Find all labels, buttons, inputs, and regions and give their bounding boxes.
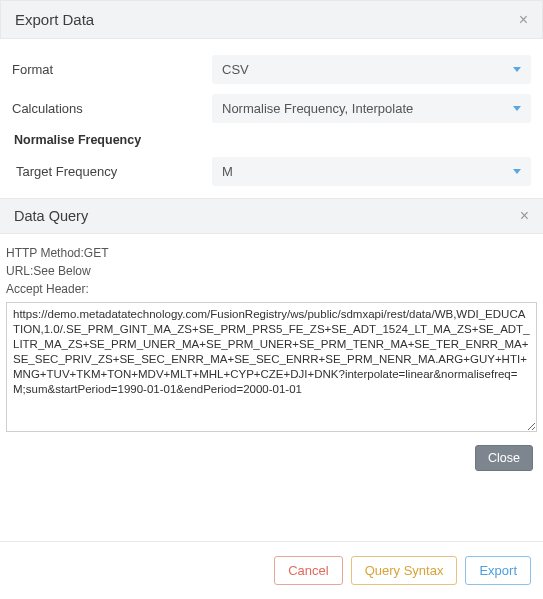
dialog-footer: Cancel Query Syntax Export [0,541,543,599]
format-label: Format [12,62,212,77]
chevron-down-icon [513,106,521,111]
data-query-header: Data Query × [0,198,543,234]
dialog-title: Export Data [15,11,94,28]
close-icon[interactable]: × [519,12,528,28]
query-url-textarea[interactable] [6,302,537,432]
normalise-section-label: Normalise Frequency [14,133,531,147]
url-note: See Below [33,264,90,278]
export-button[interactable]: Export [465,556,531,585]
calculations-label: Calculations [12,101,212,116]
calculations-select[interactable]: Normalise Frequency, Interpolate [212,94,531,123]
close-icon[interactable]: × [520,208,529,224]
http-method-label: HTTP Method: [6,246,84,260]
url-line: URL:See Below [6,262,537,280]
format-row: Format CSV [12,55,531,84]
chevron-down-icon [513,169,521,174]
form-area: Format CSV Calculations Normalise Freque… [0,39,543,186]
target-freq-row: Target Frequency M [12,157,531,186]
dialog-header: Export Data × [0,0,543,39]
chevron-down-icon [513,67,521,72]
calculations-value: Normalise Frequency, Interpolate [222,101,413,116]
data-query-title: Data Query [14,208,88,224]
target-freq-label: Target Frequency [12,164,212,179]
target-freq-select[interactable]: M [212,157,531,186]
url-label: URL: [6,264,33,278]
query-syntax-button[interactable]: Query Syntax [351,556,458,585]
accept-header-line: Accept Header: [6,280,537,298]
query-info: HTTP Method:GET URL:See Below Accept Hea… [0,234,543,302]
cancel-button[interactable]: Cancel [274,556,342,585]
target-freq-value: M [222,164,233,179]
close-button[interactable]: Close [475,445,533,471]
accept-header-label: Accept Header: [6,282,89,296]
close-bar: Close [0,435,543,475]
http-method-line: HTTP Method:GET [6,244,537,262]
calculations-row: Calculations Normalise Frequency, Interp… [12,94,531,123]
format-value: CSV [222,62,249,77]
format-select[interactable]: CSV [212,55,531,84]
http-method-value: GET [84,246,109,260]
